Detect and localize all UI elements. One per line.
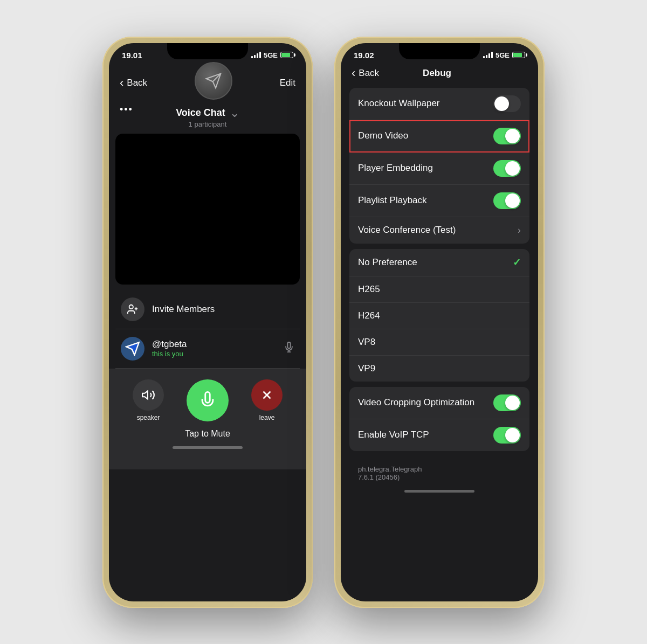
app-version: 7.6.1 (20456) xyxy=(358,473,521,481)
home-indicator-2-wrapper xyxy=(341,490,538,502)
player-embedding-toggle[interactable] xyxy=(493,160,521,177)
invite-icon xyxy=(121,297,144,321)
voip-tcp-label: Enable VoIP TCP xyxy=(358,430,429,440)
playlist-playback-label: Playlist Playback xyxy=(358,195,427,206)
codec-no-preference-label: No Preference xyxy=(358,257,417,268)
mic-icon xyxy=(284,342,294,355)
user-avatar xyxy=(121,337,144,361)
codec-h265-label: H265 xyxy=(358,284,380,295)
battery-icon-2 xyxy=(512,52,525,58)
debug-back-button[interactable]: ‹ Back xyxy=(352,66,379,80)
back-chevron-icon: ‹ xyxy=(352,66,355,80)
knockout-wallpaper-row[interactable]: Knockout Wallpaper xyxy=(349,88,529,120)
voip-tcp-toggle[interactable] xyxy=(493,427,521,444)
mute-button[interactable] xyxy=(187,379,229,421)
voice-conference-chevron xyxy=(518,225,521,236)
player-embedding-row[interactable]: Player Embedding xyxy=(349,153,529,185)
username: @tgbeta xyxy=(152,339,187,350)
avatar-icon xyxy=(205,72,222,89)
speaker-button[interactable] xyxy=(133,379,164,411)
notch xyxy=(167,43,248,59)
debug-nav: ‹ Back Debug xyxy=(341,62,538,88)
video-cropping-row[interactable]: Video Cropping Optimization xyxy=(349,387,529,419)
codec-h265-row[interactable]: H265 xyxy=(349,276,529,303)
signal-icon-2 xyxy=(483,52,493,58)
voice-conference-row[interactable]: Voice Conference (Test) xyxy=(349,217,529,244)
voice-conference-label: Voice Conference (Test) xyxy=(358,225,456,236)
chat-avatar xyxy=(195,62,232,100)
phone-2: 19.02 5GE ‹ Back Debug xyxy=(334,37,545,608)
codec-h264-row[interactable]: H264 xyxy=(349,303,529,329)
battery-icon xyxy=(280,52,293,58)
bottom-controls: speaker le xyxy=(109,369,306,469)
svg-marker-5 xyxy=(142,391,148,399)
voip-tcp-row[interactable]: Enable VoIP TCP xyxy=(349,419,529,451)
user-row[interactable]: @tgbeta this is you xyxy=(115,329,300,369)
vc-title: Voice Chat xyxy=(176,107,225,119)
playlist-playback-toggle[interactable] xyxy=(493,192,521,209)
app-info: ph.telegra.Telegraph 7.6.1 (20456) xyxy=(341,456,538,490)
user-sub: this is you xyxy=(152,350,187,358)
settings-group-2: Video Cropping Optimization Enable VoIP … xyxy=(349,387,529,451)
invite-label: Invite Members xyxy=(152,304,215,315)
time-1: 19.01 xyxy=(122,51,142,60)
debug-title: Debug xyxy=(423,68,451,79)
video-cropping-toggle[interactable] xyxy=(493,394,521,411)
leave-label: leave xyxy=(259,414,275,421)
signal-icon xyxy=(251,52,261,58)
vc-subtitle: 1 participant xyxy=(189,120,227,128)
chevron-left-icon: ‹ xyxy=(120,76,123,90)
voice-chat-header: ••• Voice Chat ⌄ 1 participant xyxy=(109,104,306,134)
edit-button[interactable]: Edit xyxy=(280,78,295,88)
time-2: 19.02 xyxy=(354,51,374,60)
tap-to-mute: Tap to Mute xyxy=(185,429,230,439)
knockout-wallpaper-toggle[interactable] xyxy=(493,95,521,112)
invite-members-row[interactable]: Invite Members xyxy=(115,290,300,329)
control-buttons-row: speaker le xyxy=(122,379,293,421)
codec-no-preference-row[interactable]: No Preference ✓ xyxy=(349,249,529,276)
player-embedding-label: Player Embedding xyxy=(358,163,433,174)
mute-control[interactable] xyxy=(187,379,229,421)
chevron-down-icon[interactable]: ⌄ xyxy=(230,106,239,120)
nav-bar-1: ‹ Back Edit xyxy=(109,62,306,104)
speaker-label: speaker xyxy=(137,414,160,421)
user-info: @tgbeta this is you xyxy=(152,339,187,358)
back-label-1: Back xyxy=(127,78,147,88)
knockout-wallpaper-label: Knockout Wallpaper xyxy=(358,98,440,109)
speaker-control[interactable]: speaker xyxy=(133,379,164,421)
back-button-1[interactable]: ‹ Back xyxy=(120,76,147,90)
participants-list: Invite Members @tgbeta this is you xyxy=(109,290,306,369)
codec-vp9-row[interactable]: VP9 xyxy=(349,356,529,382)
network-label-2: 5GE xyxy=(495,51,510,59)
svg-point-0 xyxy=(129,304,133,308)
codec-vp8-row[interactable]: VP8 xyxy=(349,329,529,356)
video-area xyxy=(115,134,300,285)
more-button[interactable]: ••• xyxy=(120,104,133,115)
codec-h264-label: H264 xyxy=(358,310,380,321)
app-bundle: ph.telegra.Telegraph xyxy=(358,465,521,473)
home-indicator-1 xyxy=(173,446,243,449)
leave-control[interactable]: leave xyxy=(251,379,283,421)
network-label: 5GE xyxy=(264,51,278,59)
leave-button[interactable] xyxy=(251,379,283,411)
video-cropping-label: Video Cropping Optimization xyxy=(358,397,474,408)
home-indicator-2 xyxy=(404,490,474,493)
demo-video-toggle[interactable] xyxy=(493,128,521,144)
codec-vp8-label: VP8 xyxy=(358,337,375,348)
demo-video-label: Demo Video xyxy=(358,130,408,141)
checkmark-icon: ✓ xyxy=(513,257,521,268)
codec-vp9-label: VP9 xyxy=(358,363,375,374)
phone-1: 19.01 5GE ‹ Back xyxy=(102,37,313,608)
settings-group-1: Knockout Wallpaper Demo Video Player Emb… xyxy=(349,88,529,244)
notch-2 xyxy=(399,43,480,59)
playlist-playback-row[interactable]: Playlist Playback xyxy=(349,185,529,217)
codec-selection-group: No Preference ✓ H265 H264 VP8 VP9 xyxy=(349,249,529,382)
vc-title-row: Voice Chat ⌄ xyxy=(176,106,239,120)
demo-video-row[interactable]: Demo Video xyxy=(349,120,529,153)
debug-back-label: Back xyxy=(359,68,379,79)
